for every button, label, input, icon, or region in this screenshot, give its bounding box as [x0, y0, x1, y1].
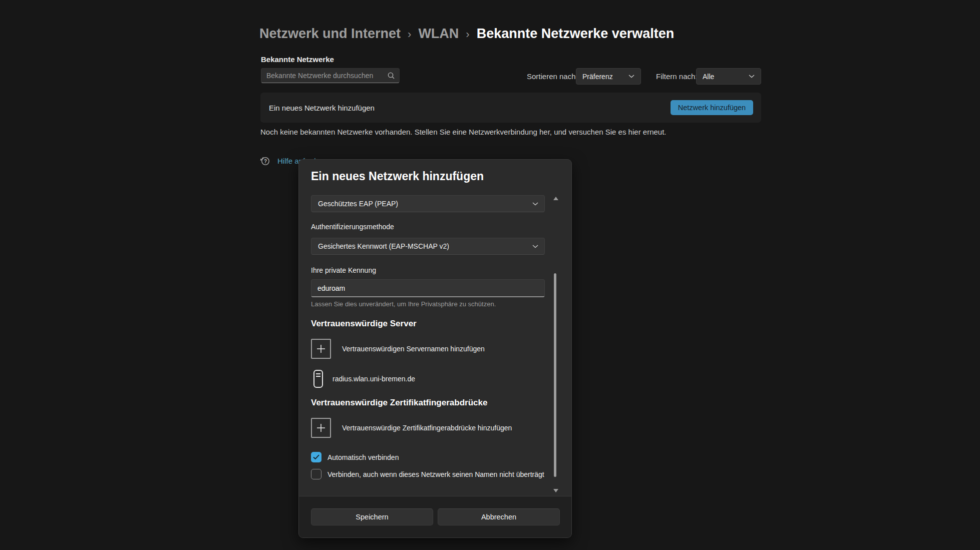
trusted-server-item[interactable]: radius.wlan.uni-bremen.de — [313, 370, 415, 388]
add-network-button[interactable]: Netzwerk hinzufügen — [671, 100, 753, 115]
private-identity-hint: Lassen Sie dies unverändert, um Ihre Pri… — [311, 300, 496, 308]
dialog-scrollbar[interactable] — [552, 195, 558, 495]
breadcrumb: Netzwerk und Internet › WLAN › Bekannte … — [259, 26, 674, 42]
auth-method-dropdown[interactable]: Gesichertes Kennwort (EAP-MSCHAP v2) — [311, 238, 545, 255]
cancel-button[interactable]: Abbrechen — [438, 508, 560, 525]
filter-dropdown-value: Alle — [703, 73, 714, 81]
breadcrumb-separator-icon: › — [466, 27, 469, 41]
add-network-card-text: Ein neues Netzwerk hinzufügen — [269, 104, 375, 112]
auto-connect-row: Automatisch verbinden — [311, 452, 399, 462]
chevron-down-icon — [749, 75, 755, 78]
sort-dropdown[interactable]: Präferenz — [576, 68, 641, 85]
breadcrumb-item-network-internet[interactable]: Netzwerk und Internet — [259, 26, 401, 42]
dialog-title: Ein neues Netzwerk hinzufügen — [311, 170, 484, 183]
add-fingerprint-button[interactable] — [311, 418, 331, 438]
private-identity-label: Ihre private Kennung — [311, 266, 376, 274]
scrollbar-thumb[interactable] — [554, 273, 556, 477]
sort-by-label: Sortieren nach: — [527, 72, 578, 81]
private-identity-input[interactable] — [311, 279, 545, 297]
chevron-down-icon — [532, 202, 538, 206]
add-network-card: Ein neues Netzwerk hinzufügen Netzwerk h… — [260, 93, 761, 123]
breadcrumb-item-manage-known-networks: Bekannte Netzwerke verwalten — [477, 26, 675, 42]
auto-connect-checkbox[interactable] — [311, 452, 321, 462]
plus-icon — [316, 344, 326, 354]
search-input[interactable] — [266, 72, 387, 80]
chevron-down-icon — [628, 75, 634, 78]
search-icon — [387, 72, 395, 80]
search-box[interactable] — [261, 68, 400, 83]
eap-type-dropdown[interactable]: Geschütztes EAP (PEAP) — [311, 195, 545, 212]
add-fingerprint-label: Vertrauenswürdige Zertifikatfingerabdrüc… — [342, 424, 512, 432]
empty-state-text: Noch keine bekannten Netzwerke vorhanden… — [260, 128, 667, 136]
auth-method-dropdown-value: Gesichertes Kennwort (EAP-MSCHAP v2) — [318, 242, 449, 250]
breadcrumb-item-wlan[interactable]: WLAN — [418, 26, 459, 42]
add-trusted-server-row: Vertrauenswürdigen Servernamen hinzufüge… — [311, 339, 485, 359]
save-button[interactable]: Speichern — [311, 508, 433, 525]
hidden-network-label: Verbinden, auch wenn dieses Netzwerk sei… — [328, 470, 544, 478]
server-icon — [313, 370, 323, 388]
get-help-icon: ? — [259, 155, 270, 166]
breadcrumb-separator-icon: › — [408, 27, 411, 41]
eap-type-dropdown-value: Geschütztes EAP (PEAP) — [318, 200, 398, 208]
chevron-down-icon — [532, 245, 538, 248]
trusted-server-name: radius.wlan.uni-bremen.de — [333, 375, 415, 383]
sort-dropdown-value: Präferenz — [582, 73, 613, 81]
trusted-fingerprints-header: Vertrauenswürdige Zertifikatfingerabdrüc… — [311, 398, 487, 408]
trusted-servers-header: Vertrauenswürdige Server — [311, 319, 417, 329]
known-networks-label: Bekannte Netzwerke — [261, 55, 334, 64]
svg-text:?: ? — [264, 159, 267, 164]
filter-dropdown[interactable]: Alle — [696, 68, 761, 85]
add-network-dialog: Ein neues Netzwerk hinzufügen Geschützte… — [298, 159, 572, 538]
checkmark-icon — [313, 454, 319, 460]
hidden-network-row: Verbinden, auch wenn dieses Netzwerk sei… — [311, 469, 544, 479]
scroll-down-icon[interactable] — [553, 489, 558, 492]
add-fingerprint-row: Vertrauenswürdige Zertifikatfingerabdrüc… — [311, 418, 512, 438]
plus-icon — [316, 423, 326, 433]
filter-by-label: Filtern nach: — [656, 72, 698, 81]
scroll-up-icon[interactable] — [553, 197, 558, 200]
hidden-network-checkbox[interactable] — [311, 469, 321, 479]
dialog-footer: Speichern Abbrechen — [299, 496, 571, 537]
auto-connect-label: Automatisch verbinden — [328, 453, 399, 461]
auth-method-label: Authentifizierungsmethode — [311, 223, 394, 231]
add-trusted-server-button[interactable] — [311, 339, 331, 359]
add-trusted-server-label: Vertrauenswürdigen Servernamen hinzufüge… — [342, 345, 485, 353]
